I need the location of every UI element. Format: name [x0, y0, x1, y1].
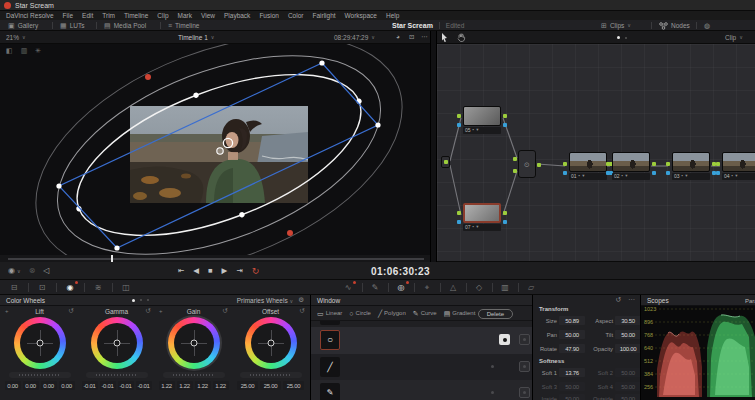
node-01[interactable]: 01▪▾	[569, 152, 607, 180]
add-circle-window[interactable]: ○Circle	[349, 310, 371, 317]
tab-qualifier[interactable]: ✎	[365, 280, 385, 295]
luts-button[interactable]: ▦ LUTs	[60, 20, 84, 31]
tab-power-windows[interactable]: ◎	[391, 280, 411, 295]
unlink-icon[interactable]: ⊗	[29, 267, 36, 275]
value-box[interactable]: 0.00	[59, 381, 75, 390]
color-viewer[interactable]: ◧ ▥ ✳	[0, 44, 430, 255]
nodes-button[interactable]: Nodes	[659, 20, 690, 31]
pan-value[interactable]: 50.00	[559, 330, 585, 339]
viewer-canvas[interactable]	[0, 44, 430, 255]
window-invert-badge[interactable]	[519, 361, 530, 372]
soft2-value[interactable]: 50.00	[615, 368, 641, 377]
output-port[interactable]	[537, 163, 541, 167]
window-handle[interactable]	[114, 245, 119, 250]
menu-fairlight[interactable]: Fairlight	[312, 12, 335, 19]
reset-icon[interactable]: ↺	[69, 308, 74, 315]
input-port[interactable]	[716, 162, 720, 166]
input-port[interactable]	[606, 162, 610, 166]
lift-color-wheel[interactable]	[14, 317, 66, 369]
stop-button[interactable]: ■	[208, 267, 213, 275]
inside-value[interactable]: 50.00	[559, 394, 585, 400]
mask-port[interactable]	[563, 171, 567, 175]
window-list-row-circle[interactable]: ○	[311, 327, 533, 354]
add-polygon-window[interactable]: ╱Polygon	[378, 310, 406, 317]
wheels-mode-select[interactable]: Primaries Wheels ∨	[237, 297, 293, 304]
playhead[interactable]	[111, 255, 113, 262]
tab-curves[interactable]: ∿	[338, 280, 358, 295]
tab-color-match[interactable]: ⊡	[32, 280, 52, 295]
add-linear-window[interactable]: ▭Linear	[317, 310, 342, 317]
tab-tracker[interactable]: ⌖	[417, 280, 437, 295]
menu-mark[interactable]: Mark	[178, 12, 192, 19]
output-port[interactable]	[652, 162, 656, 166]
window-invert-badge[interactable]	[519, 334, 530, 345]
speaker-icon[interactable]: ◁	[43, 267, 49, 275]
soft3-value[interactable]: 50.00	[559, 382, 585, 391]
menu-clip[interactable]: Clip	[157, 12, 168, 19]
node-07[interactable]: 07▪▾	[463, 203, 501, 231]
output-port[interactable]	[503, 211, 507, 215]
pointer-tool-icon[interactable]	[441, 31, 448, 44]
reset-icon[interactable]: ↺	[146, 308, 151, 315]
menu-workspace[interactable]: Workspace	[345, 12, 377, 19]
window-list-row-curve[interactable]: ✎	[311, 380, 533, 400]
soft4-value[interactable]: 50.00	[615, 382, 641, 391]
timeline-select[interactable]: Timeline 1 ∨	[178, 31, 214, 44]
value-box[interactable]: 1.22	[177, 381, 193, 390]
mask-port[interactable]	[606, 171, 610, 175]
output-port[interactable]	[503, 114, 507, 118]
value-box[interactable]: 0.00	[41, 381, 57, 390]
expand-icon[interactable]: ⊡	[409, 31, 414, 44]
node-layer-mixer[interactable]: ⊙	[518, 150, 536, 178]
value-box[interactable]: 1.22	[195, 381, 211, 390]
node-03[interactable]: 03▪▾	[672, 152, 710, 180]
gamma-color-wheel[interactable]	[91, 317, 143, 369]
crosshair-icon[interactable]: +	[5, 308, 9, 314]
menu-playback[interactable]: Playback	[224, 12, 250, 19]
menu-davinci-resolve[interactable]: DaVinci Resolve	[6, 12, 54, 19]
value-box[interactable]: 25.00	[283, 381, 304, 390]
mask-port[interactable]	[457, 123, 461, 127]
reset-icon[interactable]: ↺	[300, 308, 305, 315]
viewer-color-icon[interactable]: ◕	[396, 31, 400, 44]
value-box[interactable]: -0.01	[82, 381, 98, 390]
input-port[interactable]	[457, 211, 461, 215]
menu-view[interactable]: View	[201, 12, 215, 19]
tab-key[interactable]: ◇	[469, 280, 489, 295]
viewer-zoom-select[interactable]: 21% ∨	[6, 31, 26, 44]
outside-value[interactable]: 50.00	[615, 394, 641, 400]
viewer-scrub-bar[interactable]	[0, 255, 430, 262]
value-box[interactable]: -0.01	[100, 381, 116, 390]
window-center-handle[interactable]	[217, 148, 223, 154]
tab-blur[interactable]: △	[443, 280, 463, 295]
clips-button[interactable]: ⊞ Clips ∨	[601, 20, 631, 31]
gear-icon[interactable]: ⚙	[298, 297, 304, 304]
tilt-value[interactable]: 50.00	[615, 330, 641, 339]
reset-icon[interactable]: ↺	[223, 308, 228, 315]
tab-color-wheels[interactable]: ◉	[60, 280, 80, 295]
node-pagination-dots[interactable]	[617, 31, 627, 44]
timeline-button[interactable]: ≡ Timeline	[168, 20, 199, 31]
gallery-button[interactable]: ▣ Gallery	[8, 20, 38, 31]
value-box[interactable]: 25.00	[237, 381, 258, 390]
node-source[interactable]	[441, 156, 450, 168]
window-handle[interactable]	[319, 60, 324, 65]
input-port[interactable]	[666, 162, 670, 166]
rotation-handle[interactable]	[145, 74, 151, 80]
input-port[interactable]	[513, 169, 517, 173]
enhance-wand-icon[interactable]: ✳	[35, 47, 41, 54]
window-enabled-badge[interactable]	[499, 334, 510, 345]
soft1-value[interactable]: 13.76	[559, 368, 585, 377]
scrub-track[interactable]	[8, 258, 424, 260]
reset-icon[interactable]: ↺	[615, 296, 621, 303]
play-button[interactable]: ▶	[222, 267, 228, 275]
menu-fusion[interactable]: Fusion	[259, 12, 279, 19]
offset-master-wheel[interactable]	[240, 372, 302, 378]
value-box[interactable]: -0.01	[118, 381, 134, 390]
add-curve-window[interactable]: ✎Curve	[413, 310, 437, 317]
node-05[interactable]: 05▪▾	[463, 106, 501, 134]
tab-camera-raw[interactable]: ⊟	[4, 280, 24, 295]
value-box[interactable]: 1.22	[213, 381, 229, 390]
viewer-node-divider[interactable]	[430, 31, 437, 262]
menu-color[interactable]: Color	[288, 12, 304, 19]
